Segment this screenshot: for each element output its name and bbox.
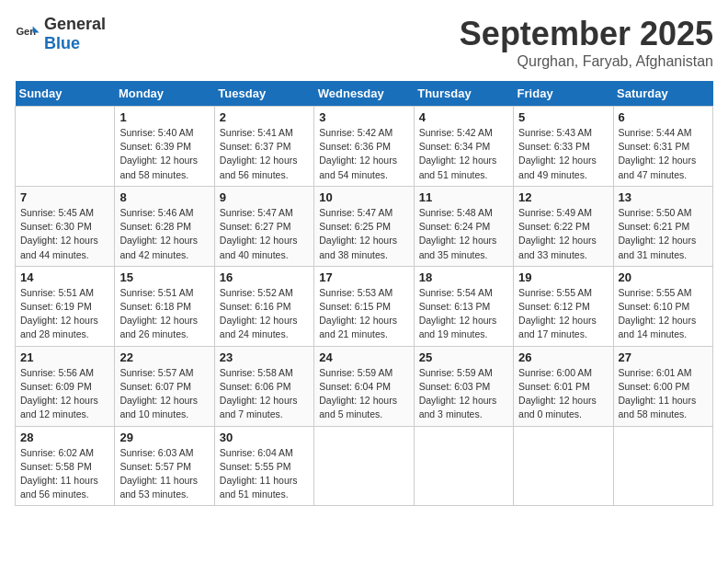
day-info: Sunrise: 5:49 AMSunset: 6:22 PMDaylight:… [518, 206, 608, 262]
calendar-cell: 6Sunrise: 5:44 AMSunset: 6:31 PMDaylight… [613, 107, 712, 187]
day-number: 3 [319, 110, 408, 124]
calendar-cell: 5Sunrise: 5:43 AMSunset: 6:33 PMDaylight… [514, 107, 613, 187]
day-number: 16 [220, 270, 309, 284]
day-number: 14 [20, 270, 109, 284]
calendar-cell: 11Sunrise: 5:48 AMSunset: 6:24 PMDayligh… [414, 186, 513, 266]
day-info: Sunrise: 6:00 AMSunset: 6:01 PMDaylight:… [518, 366, 608, 422]
day-info: Sunrise: 5:58 AMSunset: 6:06 PMDaylight:… [220, 366, 309, 422]
day-number: 9 [220, 190, 309, 204]
day-number: 13 [619, 190, 708, 204]
day-number: 12 [518, 190, 608, 204]
calendar-cell: 25Sunrise: 5:59 AMSunset: 6:03 PMDayligh… [414, 346, 513, 426]
day-info: Sunrise: 5:42 AMSunset: 6:36 PMDaylight:… [319, 126, 408, 182]
column-header-friday: Friday [514, 81, 613, 107]
day-info: Sunrise: 5:57 AMSunset: 6:07 PMDaylight:… [119, 366, 209, 422]
calendar-cell [613, 426, 712, 506]
day-number: 18 [419, 270, 508, 284]
day-number: 11 [419, 190, 508, 204]
logo: Gen General Blue [15, 15, 106, 53]
title-area: September 2025 Qurghan, Faryab, Afghanis… [460, 15, 713, 70]
day-info: Sunrise: 5:55 AMSunset: 6:12 PMDaylight:… [518, 286, 608, 342]
calendar-table: SundayMondayTuesdayWednesdayThursdayFrid… [15, 81, 713, 506]
calendar-cell: 23Sunrise: 5:58 AMSunset: 6:06 PMDayligh… [214, 346, 313, 426]
calendar-cell: 2Sunrise: 5:41 AMSunset: 6:37 PMDaylight… [214, 107, 313, 187]
day-info: Sunrise: 5:55 AMSunset: 6:10 PMDaylight:… [619, 286, 708, 342]
day-number: 24 [319, 350, 408, 364]
day-info: Sunrise: 5:51 AMSunset: 6:18 PMDaylight:… [119, 286, 209, 342]
week-row-1: 1Sunrise: 5:40 AMSunset: 6:39 PMDaylight… [16, 107, 713, 187]
page-header: Gen General Blue September 2025 Qurghan,… [15, 15, 713, 70]
day-info: Sunrise: 6:02 AMSunset: 5:58 PMDaylight:… [20, 446, 109, 502]
day-info: Sunrise: 5:41 AMSunset: 6:37 PMDaylight:… [220, 126, 309, 182]
day-number: 27 [619, 350, 708, 364]
calendar-cell: 12Sunrise: 5:49 AMSunset: 6:22 PMDayligh… [514, 186, 613, 266]
calendar-cell: 10Sunrise: 5:47 AMSunset: 6:25 PMDayligh… [314, 186, 414, 266]
day-info: Sunrise: 5:56 AMSunset: 6:09 PMDaylight:… [20, 366, 109, 422]
calendar-cell: 4Sunrise: 5:42 AMSunset: 6:34 PMDaylight… [414, 107, 513, 187]
day-info: Sunrise: 5:54 AMSunset: 6:13 PMDaylight:… [419, 286, 508, 342]
calendar-cell: 27Sunrise: 6:01 AMSunset: 6:00 PMDayligh… [613, 346, 712, 426]
day-number: 6 [619, 110, 708, 124]
day-number: 23 [220, 350, 309, 364]
day-number: 30 [220, 431, 309, 444]
logo-icon: Gen [15, 21, 40, 47]
week-row-3: 14Sunrise: 5:51 AMSunset: 6:19 PMDayligh… [16, 266, 713, 346]
day-number: 25 [419, 350, 508, 364]
calendar-cell: 3Sunrise: 5:42 AMSunset: 6:36 PMDaylight… [314, 107, 414, 187]
day-info: Sunrise: 5:52 AMSunset: 6:16 PMDaylight:… [220, 286, 309, 342]
week-row-5: 28Sunrise: 6:02 AMSunset: 5:58 PMDayligh… [16, 426, 713, 506]
logo-blue-text: Blue [44, 34, 80, 52]
location-title: Qurghan, Faryab, Afghanistan [460, 53, 713, 70]
column-header-tuesday: Tuesday [214, 81, 313, 107]
calendar-cell [16, 107, 115, 187]
column-header-thursday: Thursday [414, 81, 513, 107]
calendar-cell [514, 426, 613, 506]
day-number: 20 [619, 270, 708, 284]
day-number: 29 [119, 431, 209, 444]
column-header-saturday: Saturday [613, 81, 712, 107]
day-number: 10 [319, 190, 408, 204]
day-number: 2 [220, 110, 309, 124]
calendar-cell: 15Sunrise: 5:51 AMSunset: 6:18 PMDayligh… [115, 266, 214, 346]
calendar-cell: 16Sunrise: 5:52 AMSunset: 6:16 PMDayligh… [214, 266, 313, 346]
day-info: Sunrise: 6:04 AMSunset: 5:55 PMDaylight:… [220, 446, 309, 502]
day-number: 7 [20, 190, 109, 204]
day-info: Sunrise: 5:51 AMSunset: 6:19 PMDaylight:… [20, 286, 109, 342]
day-number: 15 [119, 270, 209, 284]
day-number: 17 [319, 270, 408, 284]
day-number: 1 [119, 110, 209, 124]
calendar-cell: 14Sunrise: 5:51 AMSunset: 6:19 PMDayligh… [16, 266, 115, 346]
week-row-4: 21Sunrise: 5:56 AMSunset: 6:09 PMDayligh… [16, 346, 713, 426]
day-info: Sunrise: 5:59 AMSunset: 6:04 PMDaylight:… [319, 366, 408, 422]
day-number: 8 [119, 190, 209, 204]
day-info: Sunrise: 6:01 AMSunset: 6:00 PMDaylight:… [619, 366, 708, 422]
calendar-cell: 26Sunrise: 6:00 AMSunset: 6:01 PMDayligh… [514, 346, 613, 426]
day-info: Sunrise: 5:42 AMSunset: 6:34 PMDaylight:… [419, 126, 508, 182]
calendar-cell [414, 426, 513, 506]
day-info: Sunrise: 6:03 AMSunset: 5:57 PMDaylight:… [119, 446, 209, 502]
calendar-cell: 7Sunrise: 5:45 AMSunset: 6:30 PMDaylight… [16, 186, 115, 266]
calendar-cell: 17Sunrise: 5:53 AMSunset: 6:15 PMDayligh… [314, 266, 414, 346]
day-number: 21 [20, 350, 109, 364]
day-number: 19 [518, 270, 608, 284]
day-info: Sunrise: 5:43 AMSunset: 6:33 PMDaylight:… [518, 126, 608, 182]
logo-general-text: General [44, 15, 106, 33]
day-number: 4 [419, 110, 508, 124]
calendar-cell: 18Sunrise: 5:54 AMSunset: 6:13 PMDayligh… [414, 266, 513, 346]
calendar-cell: 8Sunrise: 5:46 AMSunset: 6:28 PMDaylight… [115, 186, 214, 266]
calendar-cell: 30Sunrise: 6:04 AMSunset: 5:55 PMDayligh… [214, 426, 313, 506]
day-info: Sunrise: 5:46 AMSunset: 6:28 PMDaylight:… [119, 206, 209, 262]
day-info: Sunrise: 5:59 AMSunset: 6:03 PMDaylight:… [419, 366, 508, 422]
calendar-cell: 29Sunrise: 6:03 AMSunset: 5:57 PMDayligh… [115, 426, 214, 506]
day-info: Sunrise: 5:47 AMSunset: 6:27 PMDaylight:… [220, 206, 309, 262]
column-header-monday: Monday [115, 81, 214, 107]
day-info: Sunrise: 5:48 AMSunset: 6:24 PMDaylight:… [419, 206, 508, 262]
day-number: 5 [518, 110, 608, 124]
day-info: Sunrise: 5:40 AMSunset: 6:39 PMDaylight:… [119, 126, 209, 182]
day-number: 28 [20, 431, 109, 444]
calendar-cell: 24Sunrise: 5:59 AMSunset: 6:04 PMDayligh… [314, 346, 414, 426]
column-header-sunday: Sunday [16, 81, 115, 107]
day-number: 26 [518, 350, 608, 364]
day-info: Sunrise: 5:44 AMSunset: 6:31 PMDaylight:… [619, 126, 708, 182]
calendar-cell: 9Sunrise: 5:47 AMSunset: 6:27 PMDaylight… [214, 186, 313, 266]
